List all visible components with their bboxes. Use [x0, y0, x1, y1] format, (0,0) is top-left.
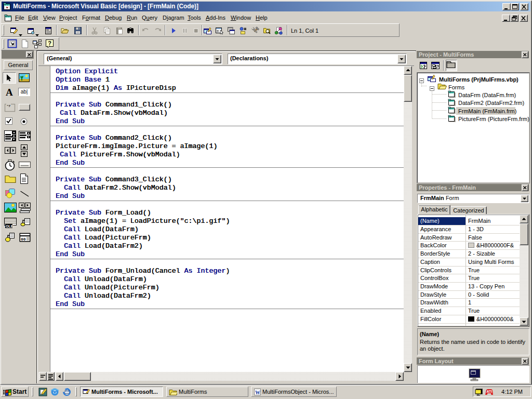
svg-text:?: ?: [48, 40, 51, 46]
svg-text:W: W: [255, 390, 260, 395]
svg-text:OLE: OLE: [6, 224, 14, 228]
svg-text:ATI: ATI: [487, 390, 493, 393]
svg-text:00: 00: [21, 237, 26, 242]
